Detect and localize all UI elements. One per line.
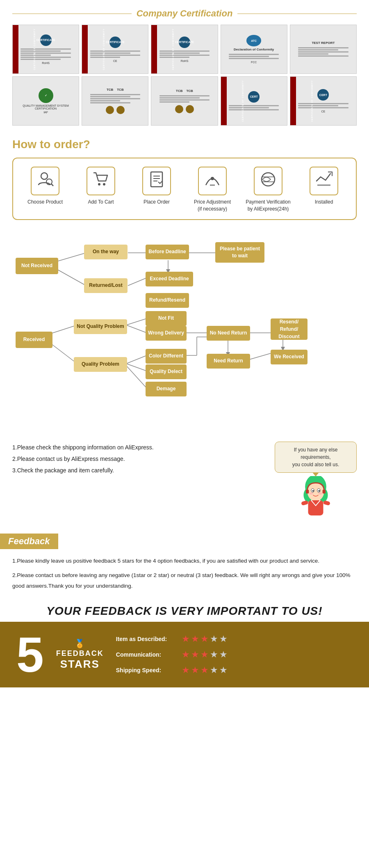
- step-icon-payment: [254, 167, 282, 195]
- svg-line-26: [126, 366, 147, 388]
- step-installed: Installed: [299, 167, 348, 206]
- step-label-order: Place Order: [144, 199, 170, 206]
- cert-item-9: CERTIFICATE OF CONFORMITY CERT: [221, 76, 287, 126]
- ratings-col: Item as Described: ★ ★ ★ ★ ★ Communicati…: [116, 634, 353, 676]
- star-5: ★: [219, 665, 228, 676]
- cert-grid: CERTIFICATE OF CONFORMITY CERTIFICATE Ro…: [12, 25, 357, 126]
- payment-icon: [258, 169, 278, 192]
- step-place-order: Place Order: [132, 167, 181, 206]
- step-icon-choose: [31, 167, 59, 195]
- svg-point-3: [98, 183, 100, 186]
- svg-point-9: [211, 177, 214, 180]
- svg-point-46: [318, 492, 322, 495]
- how-title-highlight: order?: [54, 138, 90, 151]
- big-number-5: 5: [16, 630, 44, 679]
- feedback-stars-label: FEEDBACK STARS: [56, 649, 104, 671]
- how-title-plain: How to: [12, 138, 54, 151]
- svg-line-19: [128, 277, 148, 286]
- step-label-choose: Choose Product: [27, 199, 63, 206]
- svg-point-43: [312, 490, 314, 492]
- your-feedback-title: YOUR FEEDBACK IS VERY IMPORTANT TO US!: [12, 605, 357, 618]
- node-wrong-delivery: Wrong Delivery: [146, 326, 187, 341]
- svg-line-21: [49, 342, 77, 364]
- your-feedback-section: YOUR FEEDBACK IS VERY IMPORTANT TO US!: [0, 598, 369, 622]
- svg-line-32: [249, 353, 271, 360]
- star-4: ★: [210, 665, 218, 676]
- node-not-received: Not Received: [16, 258, 58, 274]
- rating-label-item: Item as Described:: [116, 636, 178, 642]
- cert-item-7: TCB TCB: [82, 76, 148, 126]
- character-illustration: [295, 476, 336, 525]
- add-to-cart-icon: [91, 169, 111, 192]
- place-order-icon: [147, 169, 166, 192]
- title-line-left: [12, 14, 132, 14]
- node-please-be-patient: Please be patientto wait: [215, 242, 264, 263]
- star-2: ★: [191, 665, 199, 676]
- step-label-cart: Add To Cart: [88, 199, 114, 206]
- notes-text-block: 1.Please check the shippong information …: [12, 442, 266, 476]
- cert-side-1: CERTIFICATE OF CONFORMITY: [33, 28, 36, 70]
- certification-section: Company Certification CERTIFICATE OF CON…: [0, 0, 369, 130]
- how-to-order-title: How to order?: [12, 138, 357, 151]
- cert-item-6: ✓ QUALITY MANAGEMENT SYSTEMCERTIFICATION…: [12, 76, 79, 126]
- svg-line-22: [126, 318, 147, 325]
- rating-row-item: Item as Described: ★ ★ ★ ★ ★: [116, 634, 353, 644]
- feedback-header: Feedback: [0, 534, 58, 549]
- svg-rect-5: [151, 172, 162, 187]
- svg-line-25: [126, 364, 147, 371]
- cert-item-5: TEST REPORT: [290, 25, 357, 74]
- step-price-adjustment: Price Adjustment(if necessary): [188, 167, 237, 213]
- note-line-3: 3.Check the package and item carefully.: [12, 465, 266, 476]
- svg-line-2: [51, 184, 53, 186]
- notes-character: If you have any else requirements,you co…: [275, 442, 357, 525]
- star-4: ★: [210, 649, 218, 660]
- svg-rect-47: [306, 490, 309, 493]
- step-icon-installed: [310, 167, 338, 195]
- star-3: ★: [200, 634, 209, 644]
- node-need-return: Need Return: [207, 354, 250, 369]
- step-label-payment: Payment Verificationby AliExprees(24h): [246, 199, 290, 213]
- node-quality-problem: Quality Problem: [74, 357, 127, 372]
- cert-item-8: TCB TCB: [151, 76, 218, 126]
- stars-communication: ★ ★ ★ ★ ★: [182, 649, 228, 660]
- feedback-para-1: 1.Please kindly leave us positive feedba…: [12, 556, 357, 566]
- star-1: ★: [182, 649, 190, 660]
- svg-rect-48: [323, 490, 326, 493]
- star-3: ★: [200, 649, 209, 660]
- how-to-order-section: How to order? Choose Product: [0, 130, 369, 228]
- svg-rect-49: [308, 500, 323, 515]
- node-on-the-way: On the way: [84, 245, 128, 259]
- feedback-content: 1.Please kindly leave us positive feedba…: [0, 549, 369, 598]
- star-5: ★: [219, 649, 228, 660]
- certification-title-wrap: Company Certification: [12, 8, 357, 19]
- installed-icon: [314, 169, 334, 192]
- svg-point-0: [41, 173, 48, 179]
- svg-point-4: [103, 183, 105, 186]
- rating-label-comm: Communication:: [116, 651, 178, 658]
- node-before-deadline: Before Deadline: [146, 245, 189, 259]
- svg-point-44: [318, 490, 320, 492]
- step-label-installed: Installed: [315, 199, 333, 206]
- stars-shipping: ★ ★ ★ ★ ★: [182, 665, 228, 676]
- step-icon-order: [142, 167, 171, 195]
- node-received: Received: [16, 332, 52, 348]
- rating-row-communication: Communication: ★ ★ ★ ★ ★: [116, 649, 353, 660]
- svg-point-10: [262, 173, 275, 186]
- star-4: ★: [210, 634, 218, 644]
- order-steps-box: Choose Product Add To Cart: [12, 158, 357, 220]
- rating-row-shipping: Shipping Speed: ★ ★ ★ ★ ★: [116, 665, 353, 676]
- node-demage: Demage: [146, 382, 187, 396]
- speech-bubble: If you have any else requirements,you co…: [275, 442, 357, 473]
- svg-line-20: [49, 325, 77, 334]
- star-2: ★: [191, 634, 199, 644]
- node-resend-refund: Resend/Refund/Discount: [271, 318, 308, 340]
- feedback-para-2: 2.Please contact us before leaving any n…: [12, 570, 357, 591]
- price-adjustment-icon: [203, 169, 222, 192]
- stars-word: STARS: [60, 658, 100, 671]
- step-label-price: Price Adjustment(if necessary): [194, 199, 231, 213]
- star-3: ★: [200, 665, 209, 676]
- flow-container: Not Received On the way Returned/Lost Be…: [8, 232, 361, 429]
- step-add-to-cart: Add To Cart: [76, 167, 125, 206]
- svg-line-24: [126, 355, 147, 364]
- svg-point-45: [309, 492, 313, 495]
